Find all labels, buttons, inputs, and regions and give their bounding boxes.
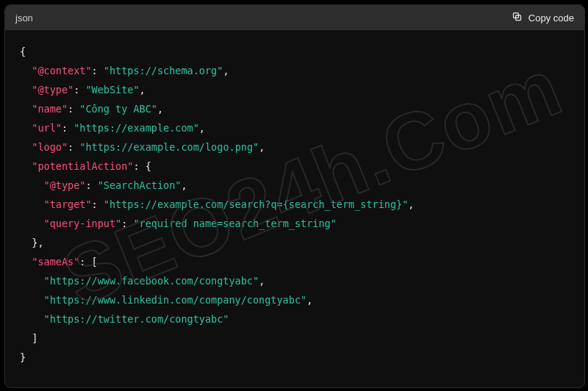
code-token [20, 65, 32, 76]
code-token: : [68, 141, 79, 153]
code-token: : { [133, 160, 151, 172]
code-content: { "@context": "https://schema.org", "@ty… [5, 30, 584, 381]
code-token: : [68, 103, 79, 115]
code-token [20, 198, 44, 210]
code-token [20, 160, 32, 172]
code-token: "https://example.com" [74, 122, 199, 134]
code-token: "required name=search_term_string" [133, 218, 336, 229]
code-token: , [259, 275, 265, 287]
copy-icon [512, 11, 523, 24]
code-token: : [92, 198, 104, 210]
code-token: "@type" [32, 84, 74, 96]
code-token: , [140, 84, 146, 96]
code-token [20, 84, 32, 96]
code-token: , [306, 294, 312, 306]
code-token: "Công ty ABC" [79, 103, 157, 115]
code-token [20, 179, 44, 191]
code-token: "https://twitter.com/congtyabc" [44, 313, 229, 325]
code-token: , [157, 103, 163, 115]
code-token: : [121, 218, 133, 229]
code-token [20, 141, 32, 153]
code-token: "https://schema.org" [104, 65, 223, 76]
code-token: "SearchAction" [98, 179, 182, 191]
code-token: "https://www.linkedin.com/company/congty… [44, 294, 307, 306]
code-token [20, 294, 44, 306]
code-token: "WebSite" [85, 84, 139, 96]
code-token: , [199, 122, 205, 134]
code-token: { [20, 46, 26, 57]
code-token: : [74, 84, 85, 96]
code-token: : [92, 65, 104, 76]
copy-code-button[interactable]: Copy code [512, 11, 574, 24]
code-token [20, 256, 32, 268]
copy-code-label: Copy code [528, 12, 574, 24]
code-token: , [181, 179, 187, 191]
code-token: "query-input" [44, 218, 122, 229]
code-token [20, 103, 32, 115]
code-token: , [259, 141, 265, 153]
code-header: json Copy code [5, 5, 584, 30]
code-token: "https://example.com/logo.png" [79, 141, 259, 153]
code-token: "logo" [32, 141, 68, 153]
code-token [20, 313, 44, 325]
code-token: : [62, 122, 74, 134]
code-token: : [ [79, 256, 97, 268]
code-token: "name" [32, 103, 68, 115]
code-token: ] [20, 332, 37, 344]
code-token [20, 275, 44, 287]
code-token: }, [20, 237, 44, 248]
code-token: : [85, 179, 97, 191]
code-block: json Copy code { "@context": "https://sc… [4, 4, 585, 388]
code-token [20, 122, 32, 134]
code-token: "https://example.com/search?q={search_te… [104, 198, 409, 210]
code-token: } [20, 351, 26, 363]
language-label: json [15, 12, 33, 24]
code-token: , [408, 198, 414, 210]
code-token: "https://www.facebook.com/congtyabc" [44, 275, 259, 287]
code-token [20, 218, 44, 229]
code-token: , [223, 65, 229, 76]
code-token: "target" [44, 198, 92, 210]
code-token: "@type" [44, 179, 86, 191]
code-token: "url" [32, 122, 62, 134]
code-token: "sameAs" [32, 256, 79, 268]
code-token: "potentialAction" [32, 160, 133, 172]
code-token: "@context" [32, 65, 91, 76]
